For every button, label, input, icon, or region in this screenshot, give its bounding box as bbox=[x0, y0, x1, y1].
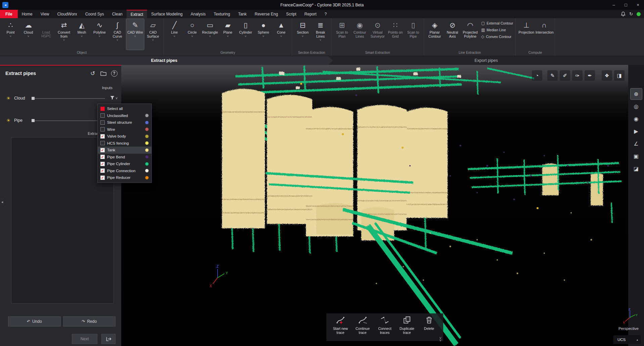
visibility-bulb-icon[interactable]: ☀ bbox=[5, 95, 11, 101]
close-button[interactable]: × bbox=[632, 0, 644, 10]
cloud-button[interactable]: ☁Cloud˅ bbox=[19, 19, 37, 50]
median-line-button[interactable]: ▥Median Line bbox=[481, 28, 513, 32]
tab-export-pipes[interactable]: Export pipes bbox=[328, 56, 644, 65]
cad-curve-button[interactable]: ∫CAD Curve˅ bbox=[108, 19, 126, 50]
start-new-trace-button[interactable]: Start new trace bbox=[330, 316, 351, 340]
menu-tab-cloudworx[interactable]: CloudWorx bbox=[53, 10, 81, 18]
sync-icon[interactable]: ↻ bbox=[629, 11, 633, 16]
checkbox[interactable]: ✓ bbox=[100, 148, 105, 152]
delete-button[interactable]: Delete bbox=[418, 316, 440, 340]
cloud-opacity-slider[interactable] bbox=[32, 97, 105, 100]
redo-button[interactable]: ↷Redo bbox=[63, 316, 116, 326]
polyline-button[interactable]: ∿Polyline˅ bbox=[91, 19, 108, 50]
filter-item-pipe-cylinder[interactable]: ✓Pipe Cylinder bbox=[98, 160, 151, 167]
duplicate-trace-button[interactable]: Duplicate trace bbox=[396, 316, 418, 340]
section-button[interactable]: ⊟Section˅ bbox=[294, 19, 312, 50]
menu-tab-coord-sys[interactable]: Coord Sys bbox=[81, 10, 108, 18]
contour-lines-button[interactable]: ◉Contour Lines bbox=[351, 19, 369, 50]
scan-to-plan-button[interactable]: ⊞Scan to Plan bbox=[333, 19, 351, 50]
notifications-bell-icon[interactable] bbox=[621, 11, 626, 16]
menu-tab-view[interactable]: View bbox=[37, 10, 53, 18]
visibility-bulb-icon[interactable]: ☀ bbox=[5, 118, 11, 123]
filter-item-wire[interactable]: Wire bbox=[98, 126, 151, 133]
import-export-icon[interactable] bbox=[99, 69, 108, 78]
menu-tab-script[interactable]: Script bbox=[282, 10, 301, 18]
filter-item-valve-body[interactable]: ✓Valve body bbox=[98, 133, 151, 140]
help-icon[interactable]: ? bbox=[110, 69, 119, 78]
mesh-button[interactable]: ◭Mesh˅ bbox=[73, 19, 91, 50]
circle-button[interactable]: ○Circle˅ bbox=[183, 19, 201, 50]
clipping-sphere-icon[interactable]: ◔ bbox=[532, 70, 542, 81]
convert-from-button[interactable]: ⇄Convert from˅ bbox=[55, 19, 73, 50]
checkbox[interactable]: ✓ bbox=[100, 176, 105, 180]
slider-thumb[interactable] bbox=[32, 97, 35, 100]
next-button[interactable]: Next bbox=[72, 334, 97, 344]
plane-button[interactable]: ▰Plane˅ bbox=[219, 19, 237, 50]
ucs-selector[interactable]: UCS ▴ bbox=[613, 335, 641, 344]
measure-surface-icon[interactable]: ✑ bbox=[572, 70, 583, 81]
slider-thumb[interactable] bbox=[32, 119, 35, 122]
send-to-next-step-button[interactable] bbox=[101, 334, 116, 344]
menu-tab-file[interactable]: File bbox=[0, 10, 18, 18]
point-button[interactable]: ∴Point˅ bbox=[2, 19, 19, 50]
checkbox[interactable]: ✓ bbox=[100, 162, 105, 166]
filter-item-unclassified[interactable]: Unclassified bbox=[98, 112, 151, 119]
app-logo-icon[interactable]: ◄ bbox=[2, 2, 8, 8]
menu-tab-clean[interactable]: Clean bbox=[108, 10, 127, 18]
measure-distance-icon[interactable]: ✎ bbox=[547, 70, 558, 81]
filter-item-tank[interactable]: ✓Tank bbox=[98, 147, 151, 154]
connection-status-icon[interactable] bbox=[637, 12, 641, 16]
checkbox[interactable]: ✓ bbox=[100, 168, 105, 173]
tab-extract-pipes[interactable]: Extract pipes bbox=[0, 56, 328, 65]
inspect-icon[interactable]: ❖ bbox=[602, 70, 612, 81]
filter-item-pipe-reducer[interactable]: ✓Pipe Reducer bbox=[98, 174, 151, 181]
external-contour-button[interactable]: ▢External Contour bbox=[481, 21, 513, 26]
checkbox[interactable] bbox=[100, 141, 105, 145]
intersection-button[interactable]: ∩Intersection bbox=[535, 19, 553, 50]
viewport-3d[interactable]: Z Y X bbox=[121, 65, 628, 346]
measure-tool-icon[interactable]: ∠ bbox=[631, 138, 642, 149]
convex-contour-button[interactable]: ◇Convex Contour bbox=[481, 34, 513, 39]
continue-trace-button[interactable]: Continue trace bbox=[352, 316, 373, 340]
break-lines-button[interactable]: ≣Break Lines˅ bbox=[312, 19, 329, 50]
maximize-button[interactable]: □ bbox=[620, 0, 632, 10]
filter-item-steel-structure[interactable]: Steel structure bbox=[98, 119, 151, 126]
rectangle-button[interactable]: ▭Rectangle˅ bbox=[201, 19, 219, 50]
panel-collapse-icon[interactable]: ◄ bbox=[0, 198, 4, 206]
menu-tab-help[interactable]: ? bbox=[321, 10, 331, 18]
checkbox[interactable] bbox=[100, 127, 105, 131]
line-button[interactable]: ╱Line˅ bbox=[166, 19, 183, 50]
rotate-center-icon[interactable]: ◎ bbox=[631, 101, 642, 112]
section-view-icon[interactable]: ◪ bbox=[631, 163, 642, 174]
compare-icon[interactable]: ◨ bbox=[614, 70, 625, 81]
cloud-filter-button[interactable]: ˅ bbox=[109, 94, 119, 102]
menu-tab-analysis[interactable]: Analysis bbox=[187, 10, 210, 18]
checkbox[interactable]: ✓ bbox=[100, 155, 105, 159]
collapse-toolbar-icon[interactable]: ˅˅ bbox=[440, 337, 442, 342]
checkbox[interactable]: ✓ bbox=[100, 134, 105, 139]
projection-button[interactable]: ⊥Projection bbox=[517, 19, 535, 50]
checkbox[interactable] bbox=[100, 113, 105, 118]
minimize-button[interactable]: – bbox=[608, 0, 620, 10]
scan-to-pipe-button[interactable]: ▯Scan to Pipe bbox=[404, 19, 422, 50]
checkbox[interactable] bbox=[100, 107, 105, 111]
menu-tab-extract[interactable]: Extract bbox=[127, 10, 147, 18]
neutral-axis-button[interactable]: ⊘Neutral Axis bbox=[444, 19, 461, 50]
sphere-button[interactable]: ●Sphere˅ bbox=[255, 19, 272, 50]
cone-button[interactable]: ▲Cone˅ bbox=[272, 19, 290, 50]
fly-mode-icon[interactable]: ▶ bbox=[631, 126, 642, 137]
cad-wire-button[interactable]: ✎CAD Wire˅ bbox=[126, 19, 144, 50]
pan-navigate-icon[interactable]: ⊕ bbox=[631, 88, 642, 100]
menu-tab-texturing[interactable]: Texturing bbox=[210, 10, 234, 18]
virtual-surveyor-button[interactable]: ⊙Virtual Surveyor bbox=[369, 19, 386, 50]
menu-tab-report[interactable]: Report bbox=[301, 10, 321, 18]
history-icon[interactable]: ↺ bbox=[88, 69, 97, 78]
filter-item-select-all[interactable]: Select all bbox=[98, 105, 151, 112]
filter-item-hcs-fencing[interactable]: HCS fencing bbox=[98, 140, 151, 147]
planar-contour-button[interactable]: ◈Planar Contour bbox=[426, 19, 444, 50]
bounding-box-icon[interactable]: ▣ bbox=[631, 151, 642, 162]
measure-point-icon[interactable]: ✐ bbox=[560, 70, 570, 81]
connect-traces-button[interactable]: Connect traces bbox=[374, 316, 396, 340]
menu-tab-tank[interactable]: Tank bbox=[234, 10, 250, 18]
checkbox[interactable] bbox=[100, 120, 105, 125]
